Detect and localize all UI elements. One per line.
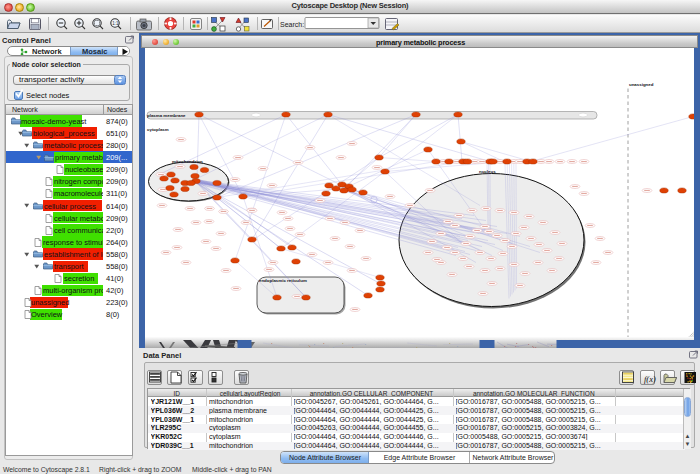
svg-text:endoplasmic reticulum: endoplasmic reticulum [259,277,307,282]
svg-text:Search:: Search: [280,21,304,28]
svg-text:1:1: 1:1 [112,21,119,26]
svg-text:f(x): f(x) [644,374,656,384]
svg-text:nucleus: nucleus [479,169,496,174]
svg-text:plasma membrane: plasma membrane [147,112,186,117]
svg-text:cytoplasm: cytoplasm [147,127,169,132]
svg-text:unassigned: unassigned [629,82,654,87]
svg-text:mitochondrion: mitochondrion [172,159,203,164]
